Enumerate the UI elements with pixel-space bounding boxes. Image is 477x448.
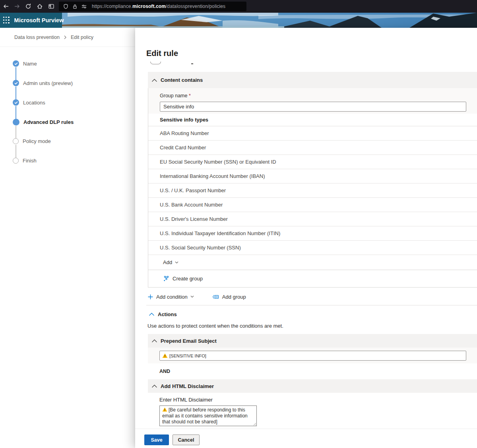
sidebar-icon[interactable]	[48, 3, 54, 10]
sensitive-info-type-row[interactable]: U.S. Driver's License Number	[148, 212, 477, 226]
prepend-subject-input[interactable]: [SENSITIVE INFO]	[159, 351, 466, 361]
shield-icon[interactable]	[63, 4, 69, 10]
create-group-icon	[163, 276, 169, 282]
sensitive-info-type-row[interactable]: U.S. / U.K. Passport Number	[148, 183, 477, 198]
lock-icon[interactable]	[72, 4, 78, 10]
create-group-button[interactable]: Create group	[148, 270, 477, 288]
step-check-icon	[13, 60, 19, 67]
panel-title: Edit rule	[146, 49, 178, 58]
condition-toolbar: Add condition Add group	[148, 292, 477, 302]
chevron-up-icon	[152, 339, 157, 342]
back-icon[interactable]	[3, 3, 9, 10]
add-condition-button[interactable]: Add condition	[148, 294, 194, 300]
step-active-dot	[13, 119, 19, 126]
resize-handle[interactable]	[252, 422, 256, 425]
step-check-icon	[13, 99, 19, 106]
refresh-icon[interactable]	[25, 3, 31, 10]
section-header-html-disclaimer[interactable]: Add HTML Disclaimer	[148, 379, 477, 393]
chevron-up-icon	[152, 384, 157, 388]
step-todo-dot	[13, 138, 19, 144]
wizard-step-advanced-dlp-rules[interactable]: Advanced DLP rules	[13, 119, 74, 126]
banner-photo	[0, 13, 477, 28]
wizard-step-name[interactable]: Name	[13, 60, 37, 67]
app-launcher-icon[interactable]	[3, 17, 10, 24]
home-icon[interactable]	[37, 3, 43, 10]
cancel-button[interactable]: Cancel	[173, 434, 200, 445]
warning-icon	[162, 353, 168, 358]
group-name-input[interactable]	[160, 102, 466, 112]
brand-title: Microsoft Purview	[14, 17, 64, 23]
chevron-down-icon	[175, 261, 178, 264]
group-name-block: Group name *	[148, 88, 477, 114]
wizard-step-locations[interactable]: Locations	[13, 99, 45, 106]
app-header: Microsoft Purview	[0, 13, 477, 28]
chevron-up-icon	[149, 313, 154, 316]
section-header-content-contains[interactable]: Content contains	[148, 72, 477, 88]
step-check-icon	[13, 80, 19, 86]
chevron-down-icon	[190, 295, 194, 298]
section-header-prepend-subject[interactable]: Prepend Email Subject	[148, 334, 477, 348]
sensitive-info-type-row[interactable]: EU Social Security Number (SSN) or Equiv…	[148, 155, 477, 169]
truncated-control-fragment	[191, 63, 193, 64]
plus-icon	[148, 294, 153, 299]
save-button[interactable]: Save	[144, 434, 169, 445]
html-disclaimer-block: Enter HTML Disclaimer [Be careful before…	[148, 393, 477, 426]
wizard-steps: Name Admin units (preview) Locations Adv…	[0, 28, 135, 448]
actions-description: Use actions to protect content when the …	[147, 323, 477, 329]
sensitive-info-type-row[interactable]: U.S. Bank Account Number	[148, 198, 477, 212]
url-text: https://compliance.microsoft.com/datalos…	[92, 4, 225, 9]
actions-section-header[interactable]: Actions	[148, 311, 477, 318]
truncated-control-fragment	[150, 62, 161, 64]
sensitive-info-type-row[interactable]: International Banking Account Number (IB…	[148, 169, 477, 183]
brand-block: Microsoft Purview	[0, 13, 62, 28]
sensitive-info-type-row[interactable]: ABA Routing Number	[148, 126, 477, 141]
permissions-icon[interactable]	[81, 4, 87, 10]
wizard-step-admin-units[interactable]: Admin units (preview)	[13, 80, 73, 86]
wizard-step-policy-mode[interactable]: Policy mode	[13, 138, 51, 144]
panel-footer: Save Cancel	[135, 429, 477, 448]
sensitive-info-type-row[interactable]: U.S. Individual Taxpayer Identification …	[148, 226, 477, 241]
section-divider	[146, 305, 477, 305]
wizard-step-finish[interactable]: Finish	[13, 158, 37, 164]
forward-icon[interactable]	[14, 3, 20, 10]
prepend-subject-block: [SENSITIVE INFO]	[148, 348, 477, 363]
add-dropdown[interactable]: Add	[148, 255, 477, 270]
add-group-button[interactable]: Add group	[212, 294, 246, 300]
address-bar[interactable]: https://compliance.microsoft.com/datalos…	[59, 2, 246, 11]
sensitive-info-types-header: Sensitive info types	[148, 114, 477, 126]
add-group-icon	[212, 294, 219, 299]
sensitive-info-type-row[interactable]: Credit Card Number	[148, 141, 477, 155]
disclaimer-textarea[interactable]: [Be careful before responding to this em…	[159, 406, 257, 426]
chevron-up-icon	[152, 79, 157, 82]
step-todo-dot	[13, 158, 19, 164]
condition-group: Group name * Sensitive info types ABA Ro…	[148, 88, 477, 288]
group-name-label: Group name *	[160, 93, 191, 98]
disclaimer-label: Enter HTML Disclaimer	[159, 397, 477, 403]
sensitive-info-type-row[interactable]: U.S. Social Security Number (SSN)	[148, 241, 477, 255]
sensitive-info-types-list: ABA Routing Number Credit Card Number EU…	[148, 126, 477, 255]
browser-toolbar: https://compliance.microsoft.com/datalos…	[0, 0, 477, 13]
edit-rule-panel: Edit rule Content contains Group name * …	[135, 28, 477, 448]
warning-icon	[162, 407, 167, 412]
operator-label: AND	[159, 369, 477, 374]
